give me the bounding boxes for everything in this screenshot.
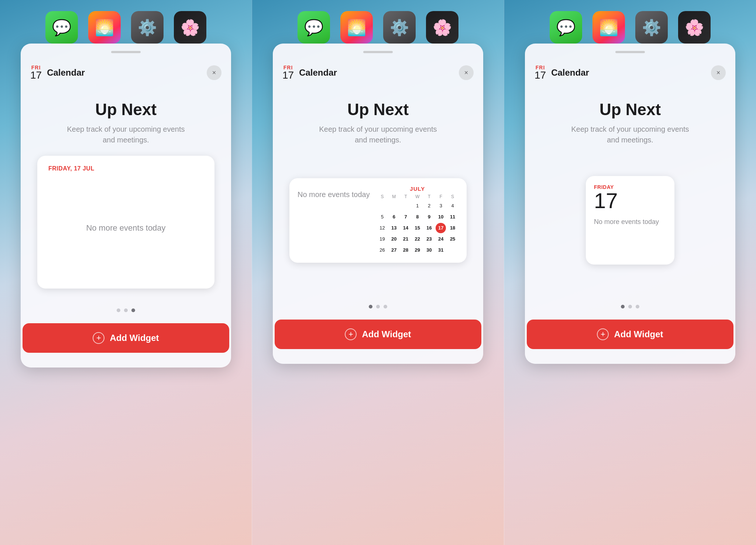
dot-1-2 — [124, 308, 128, 312]
small-widget-no-events: No more events today — [594, 217, 666, 227]
calendar-grid: JULY S M T W T F S - - - — [377, 186, 458, 255]
app-icon-photos: 🌅 — [88, 11, 121, 44]
widget-header-2: FRI 17 Calendar × — [273, 57, 483, 87]
phone-panel-3: 💬 🌅 ⚙️ 🌸 FRI 17 Calendar × Up Next Keep … — [504, 0, 756, 545]
small-widget-card[interactable]: FRIDAY 17 No more events today — [586, 176, 674, 265]
app-icon-settings-3: ⚙️ — [635, 11, 668, 44]
close-button-1[interactable]: × — [207, 65, 221, 80]
cal-day-9: 9 — [424, 212, 434, 222]
add-widget-button-1[interactable]: + Add Widget — [23, 323, 229, 353]
dot-1-3 — [131, 308, 135, 312]
up-next-title-1: Up Next — [32, 100, 220, 119]
app-icon-messages-3: 💬 — [550, 11, 582, 44]
dot-1-1 — [117, 308, 120, 312]
phone-panel-2: 💬 🌅 ⚙️ 🌸 FRI 17 Calendar × Up Next Keep … — [252, 0, 504, 545]
up-next-subtitle-1: Keep track of your upcoming eventsand me… — [32, 124, 220, 145]
cal-day-empty-3: - — [401, 201, 411, 211]
cal-day-1: 1 — [412, 201, 423, 211]
widget-preview-area-2: No more events today JULY S M T W T F S — [273, 156, 483, 296]
calendar-badge-3: FRI 17 — [535, 65, 546, 80]
cal-day-23: 23 — [424, 234, 434, 244]
cal-month-label: JULY — [377, 186, 458, 192]
widget-container-1: FRI 17 Calendar × Up Next Keep track of … — [21, 44, 231, 368]
page-dots-3 — [525, 305, 735, 308]
cal-weekdays: S M T W T F S — [377, 194, 458, 199]
cal-day-10: 10 — [436, 212, 446, 222]
close-button-3[interactable]: × — [711, 65, 726, 80]
up-next-section-1: Up Next Keep track of your upcoming even… — [21, 87, 231, 156]
cal-day-11: 11 — [447, 212, 458, 222]
cal-day-8: 8 — [412, 212, 423, 222]
small-widget-num: 17 — [594, 190, 666, 211]
cal-weekday-w: W — [412, 194, 423, 199]
calendar-badge-1: FRI 17 — [30, 65, 42, 80]
cal-day-empty-1: - — [377, 201, 388, 211]
plus-icon-2: + — [345, 328, 357, 340]
cal-day-2: 2 — [424, 201, 434, 211]
add-widget-button-2[interactable]: + Add Widget — [275, 320, 481, 349]
widget-container-3: FRI 17 Calendar × Up Next Keep track of … — [525, 44, 735, 364]
medium-no-events: No more events today — [298, 189, 370, 200]
up-next-title-2: Up Next — [284, 100, 472, 119]
cal-day-25: 25 — [447, 234, 458, 244]
widget-title-2: Calendar — [299, 68, 459, 78]
add-widget-label-2: Add Widget — [362, 329, 411, 339]
add-widget-button-3[interactable]: + Add Widget — [527, 320, 733, 349]
page-dots-2 — [273, 305, 483, 308]
badge-day-2: 17 — [282, 70, 294, 80]
scroll-handle-3 — [615, 51, 645, 53]
widget-header-3: FRI 17 Calendar × — [525, 57, 735, 87]
close-button-2[interactable]: × — [459, 65, 474, 80]
cal-day-18: 18 — [447, 223, 458, 233]
app-icon-messages-2: 💬 — [298, 11, 330, 44]
badge-day-1: 17 — [30, 70, 42, 80]
dot-3-3 — [636, 305, 639, 308]
cal-weekday-t1: T — [400, 194, 412, 199]
phone-panel-1: 💬 🌅 ⚙️ 🌸 FRI 17 Calendar × Up Next Keep … — [0, 0, 252, 545]
cal-day-13: 13 — [389, 223, 399, 233]
widget-preview-area-3: FRIDAY 17 No more events today — [525, 156, 735, 296]
widget-preview-area-1: FRIDAY, 17 JUL No more events today — [21, 156, 231, 300]
badge-day-3: 17 — [535, 70, 546, 80]
app-icon-photos-2: 🌅 — [340, 11, 373, 44]
cal-day-empty-2: - — [389, 201, 399, 211]
dot-3-2 — [628, 305, 632, 308]
cal-day-16: 16 — [424, 223, 434, 233]
cal-day-15: 15 — [412, 223, 423, 233]
scroll-handle-1 — [111, 51, 141, 53]
medium-widget-card[interactable]: No more events today JULY S M T W T F S — [289, 178, 467, 263]
cal-day-19: 19 — [377, 234, 388, 244]
app-icons-row-2: 💬 🌅 ⚙️ 🌸 — [283, 11, 473, 44]
app-icon-settings-2: ⚙️ — [383, 11, 416, 44]
medium-widget-left: No more events today — [298, 186, 370, 200]
cal-day-24: 24 — [436, 234, 446, 244]
app-icon-wallet-2: 🌸 — [426, 11, 458, 44]
cal-day-3: 3 — [436, 201, 446, 211]
up-next-subtitle-3: Keep track of your upcoming eventsand me… — [536, 124, 724, 145]
calendar-badge-2: FRI 17 — [282, 65, 294, 80]
app-icon-photos-3: 🌅 — [592, 11, 625, 44]
cal-weekday-t2: T — [423, 194, 435, 199]
add-widget-label-1: Add Widget — [110, 333, 159, 343]
up-next-subtitle-2: Keep track of your upcoming eventsand me… — [284, 124, 472, 145]
cal-day-14: 14 — [401, 223, 411, 233]
dot-2-1 — [369, 305, 372, 308]
plus-icon-1: + — [93, 332, 104, 344]
app-icons-row-1: 💬 🌅 ⚙️ 🌸 — [31, 11, 221, 44]
page-dots-1 — [21, 308, 231, 312]
large-widget-card[interactable]: FRIDAY, 17 JUL No more events today — [37, 156, 214, 289]
cal-weekday-s2: S — [447, 194, 458, 199]
up-next-title-3: Up Next — [536, 100, 724, 119]
widget-header-1: FRI 17 Calendar × — [21, 57, 231, 87]
cal-day-30: 30 — [424, 245, 434, 255]
cal-day-27: 27 — [389, 245, 399, 255]
app-icon-settings: ⚙️ — [131, 11, 164, 44]
app-icons-row-3: 💬 🌅 ⚙️ 🌸 — [535, 11, 725, 44]
app-icon-wallet-3: 🌸 — [678, 11, 711, 44]
up-next-section-2: Up Next Keep track of your upcoming even… — [273, 87, 483, 156]
large-widget-empty: No more events today — [48, 177, 203, 279]
widget-title-3: Calendar — [551, 68, 711, 78]
cal-day-28: 28 — [401, 245, 411, 255]
cal-day-4: 4 — [447, 201, 458, 211]
up-next-section-3: Up Next Keep track of your upcoming even… — [525, 87, 735, 156]
